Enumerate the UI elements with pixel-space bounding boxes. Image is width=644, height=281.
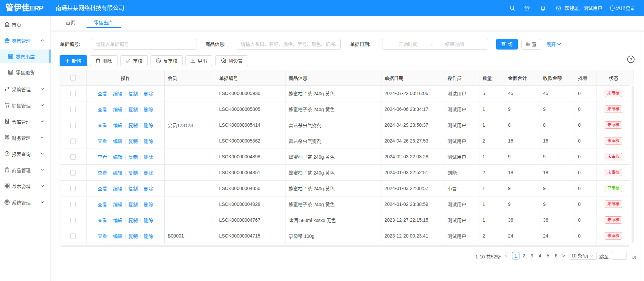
svg-text:?: ? (630, 57, 632, 62)
